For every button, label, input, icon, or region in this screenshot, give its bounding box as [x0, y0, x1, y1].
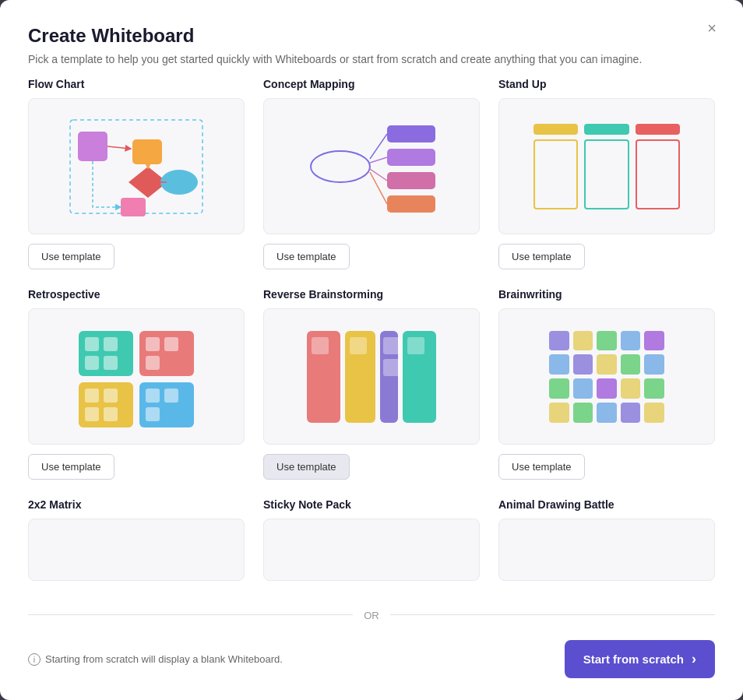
- modal-overlay: Create Whiteboard Pick a template to hel…: [0, 0, 743, 700]
- svg-rect-11: [387, 149, 435, 166]
- templates-grid: Flow Chart: [28, 78, 715, 597]
- template-item-brainwriting: Brainwriting: [498, 288, 715, 480]
- template-item-sticky-note-pack: Sticky Note Pack: [263, 498, 480, 590]
- template-name-concept-mapping: Concept Mapping: [263, 78, 480, 90]
- use-template-button-stand-up[interactable]: Use template: [498, 244, 585, 269]
- start-scratch-label: Start from scratch: [583, 653, 684, 666]
- svg-line-14: [370, 134, 387, 159]
- svg-line-16: [370, 169, 387, 181]
- footer-note-text: Starting from scratch will display a bla…: [45, 653, 283, 665]
- template-preview-concept-mapping: [263, 98, 480, 234]
- use-template-button-retrospective[interactable]: Use template: [28, 454, 114, 480]
- svg-rect-1: [78, 132, 107, 161]
- use-template-button-flow-chart[interactable]: Use template: [28, 244, 114, 269]
- template-name-stand-up: Stand Up: [498, 78, 715, 90]
- svg-rect-2: [132, 139, 162, 164]
- concept-mapping-svg: [294, 108, 449, 225]
- or-divider: OR: [28, 597, 715, 631]
- brainwriting-visual: [537, 318, 677, 435]
- svg-rect-5: [121, 198, 146, 216]
- template-preview-brainwriting: [498, 308, 715, 445]
- use-template-button-reverse-brainstorming[interactable]: Use template: [263, 454, 350, 480]
- template-item-reverse-brainstorming: Reverse Brainstorming: [263, 288, 480, 480]
- svg-line-6: [107, 146, 131, 149]
- template-name-retrospective: Retrospective: [28, 288, 245, 301]
- close-button[interactable]: ×: [699, 16, 724, 40]
- modal-title: Create Whiteboard: [28, 25, 715, 47]
- svg-line-15: [370, 157, 387, 163]
- template-item-retrospective: Retrospective: [28, 288, 245, 480]
- template-name-flow-chart: Flow Chart: [28, 78, 245, 90]
- retro-visual: [66, 318, 206, 435]
- template-preview-stand-up: [498, 98, 715, 234]
- svg-rect-10: [387, 125, 435, 142]
- svg-rect-12: [387, 172, 435, 189]
- template-preview-retrospective: [28, 308, 245, 445]
- standup-visual: [521, 108, 692, 225]
- svg-rect-13: [387, 195, 435, 213]
- create-whiteboard-modal: Create Whiteboard Pick a template to hel…: [0, 0, 743, 700]
- templates-scroll-area[interactable]: Flow Chart: [0, 78, 743, 597]
- modal-subtitle: Pick a template to help you get started …: [28, 53, 715, 65]
- info-icon: i: [28, 653, 40, 666]
- template-name-animal-drawing-battle: Animal Drawing Battle: [498, 498, 715, 511]
- template-item-concept-mapping: Concept Mapping: [263, 78, 480, 269]
- revbrain-visual: [298, 318, 445, 435]
- template-name-reverse-brainstorming: Reverse Brainstorming: [263, 288, 480, 301]
- template-item-flow-chart: Flow Chart: [28, 78, 245, 269]
- modal-footer: i Starting from scratch will display a b…: [0, 631, 743, 700]
- template-item-2x2-matrix: 2x2 Matrix: [28, 498, 245, 590]
- footer-note: i Starting from scratch will display a b…: [28, 653, 283, 666]
- template-name-brainwriting: Brainwriting: [498, 288, 715, 301]
- template-preview-reverse-brainstorming: [263, 308, 480, 445]
- template-item-animal-drawing-battle: Animal Drawing Battle: [498, 498, 715, 590]
- template-name-2x2-matrix: 2x2 Matrix: [28, 498, 245, 511]
- svg-point-9: [311, 151, 370, 182]
- template-preview-2x2-matrix: [28, 519, 245, 581]
- chevron-right-icon: ›: [692, 651, 696, 667]
- use-template-button-brainwriting[interactable]: Use template: [498, 454, 585, 480]
- use-template-button-concept-mapping[interactable]: Use template: [263, 244, 350, 269]
- template-preview-sticky-note-pack: [263, 519, 480, 581]
- template-name-sticky-note-pack: Sticky Note Pack: [263, 498, 480, 511]
- template-preview-animal-drawing-battle: [498, 519, 715, 581]
- flow-chart-svg: [58, 108, 214, 225]
- start-from-scratch-button[interactable]: Start from scratch ›: [565, 640, 715, 678]
- template-item-stand-up: Stand Up: [498, 78, 715, 269]
- template-preview-flow-chart: [28, 98, 245, 234]
- modal-header: Create Whiteboard Pick a template to hel…: [0, 0, 743, 78]
- svg-line-17: [370, 172, 387, 204]
